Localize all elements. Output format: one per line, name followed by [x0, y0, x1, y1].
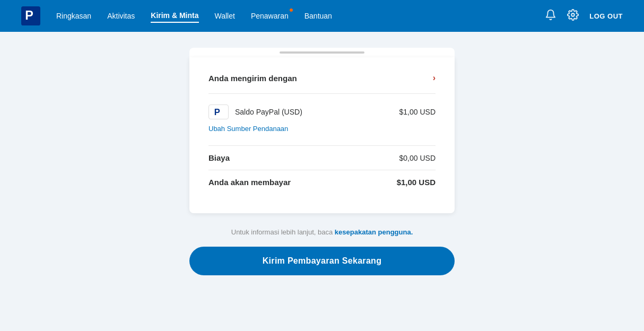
user-agreement-link[interactable]: kesepakatan pengguna.	[335, 228, 413, 236]
fee-label: Biaya	[208, 153, 230, 162]
nav-kirim-minta[interactable]: Kirim & Minta	[151, 9, 198, 23]
paypal-logo[interactable]: P	[21, 6, 40, 25]
sending-label: Anda mengirim dengan	[208, 74, 297, 83]
fee-amount: $0,00 USD	[399, 154, 436, 162]
nav-aktivitas[interactable]: Aktivitas	[107, 10, 135, 22]
nav-wallet[interactable]: Wallet	[215, 10, 235, 22]
footer-info: Untuk informasi lebih lanjut, baca kesep…	[189, 228, 455, 236]
total-row: Anda akan membayar $1,00 USD	[208, 170, 436, 194]
progress-bar	[280, 51, 364, 54]
total-label: Anda akan membayar	[208, 178, 291, 187]
svg-text:P: P	[25, 8, 33, 22]
nav-penawaran[interactable]: Penawaran	[251, 10, 289, 22]
payment-method-row: P Saldo PayPal (USD) $1,00 USD	[208, 104, 436, 119]
payment-method-name: Saldo PayPal (USD)	[235, 108, 302, 116]
main-content: Anda mengirim dengan › P Saldo PayPal (U…	[0, 32, 644, 331]
nav-ringkasan[interactable]: Ringkasan	[56, 10, 91, 22]
svg-point-2	[572, 13, 575, 16]
card-wrapper: Anda mengirim dengan › P Saldo PayPal (U…	[189, 48, 455, 310]
paypal-balance-icon: P	[208, 104, 229, 119]
submit-payment-button[interactable]: Kirim Pembayaran Sekarang	[189, 247, 455, 275]
footer-text-before: Untuk informasi lebih lanjut, baca	[231, 228, 335, 236]
payment-card: Anda mengirim dengan › P Saldo PayPal (U…	[189, 57, 455, 213]
settings-icon[interactable]	[567, 9, 579, 23]
payment-method-amount: $1,00 USD	[399, 108, 436, 116]
total-amount: $1,00 USD	[397, 178, 436, 187]
sending-section: Anda mengirim dengan ›	[208, 73, 436, 94]
change-source-link[interactable]: Ubah Sumber Pendanaan	[208, 125, 288, 133]
logout-button[interactable]: LOG OUT	[589, 12, 623, 20]
chevron-right-icon[interactable]: ›	[433, 73, 436, 83]
payment-method-left: P Saldo PayPal (USD)	[208, 104, 302, 119]
fee-row: Biaya $0,00 USD	[208, 145, 436, 170]
nav-links: Ringkasan Aktivitas Kirim & Minta Wallet…	[56, 9, 545, 23]
notification-icon[interactable]	[545, 9, 556, 23]
svg-text:P: P	[214, 107, 220, 117]
navbar: P Ringkasan Aktivitas Kirim & Minta Wall…	[0, 0, 644, 32]
top-bar	[189, 48, 455, 57]
navbar-right: LOG OUT	[545, 9, 623, 23]
nav-bantuan[interactable]: Bantuan	[304, 10, 332, 22]
